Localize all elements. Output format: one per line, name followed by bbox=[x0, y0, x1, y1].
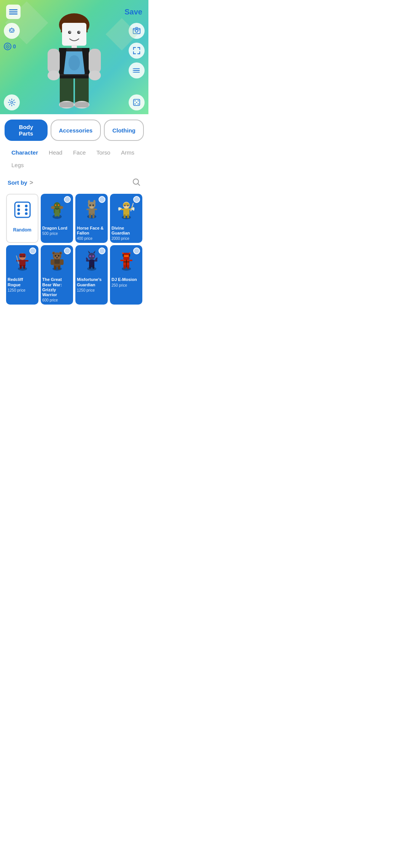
item-divine-guardian[interactable]: Divine Guardian 2000 price bbox=[110, 194, 142, 243]
svg-point-82 bbox=[90, 206, 94, 209]
svg-point-91 bbox=[127, 205, 129, 206]
svg-rect-6 bbox=[11, 32, 13, 32]
svg-rect-85 bbox=[124, 214, 126, 218]
svg-point-39 bbox=[68, 55, 80, 70]
sub-tab-legs[interactable]: Legs bbox=[6, 159, 29, 171]
tab-accessories[interactable]: Accessories bbox=[51, 120, 101, 141]
svg-point-19 bbox=[133, 69, 134, 69]
robot-icon bbox=[8, 27, 16, 35]
sub-tab-character[interactable]: Character bbox=[6, 146, 43, 159]
item-misfortune[interactable]: Misfortune's Guardian 1250 price bbox=[75, 245, 108, 305]
svg-point-67 bbox=[55, 204, 56, 206]
svg-rect-64 bbox=[55, 212, 57, 217]
great-bear-price: 600 price bbox=[41, 298, 73, 305]
svg-point-71 bbox=[87, 215, 96, 219]
svg-point-21 bbox=[133, 72, 134, 73]
svg-rect-108 bbox=[58, 266, 60, 270]
svg-rect-123 bbox=[89, 265, 91, 269]
dragon-lord-price: 500 price bbox=[41, 231, 73, 238]
item-random[interactable]: Random bbox=[6, 194, 38, 243]
svg-rect-139 bbox=[124, 255, 129, 257]
sub-tab-arms[interactable]: Arms bbox=[116, 146, 140, 159]
svg-point-105 bbox=[53, 267, 62, 271]
svg-point-143 bbox=[129, 252, 131, 254]
svg-rect-75 bbox=[86, 209, 89, 210]
svg-rect-45 bbox=[75, 75, 89, 104]
svg-rect-125 bbox=[86, 260, 89, 262]
search-button[interactable] bbox=[132, 177, 141, 188]
svg-point-12 bbox=[7, 46, 8, 47]
svg-point-4 bbox=[10, 30, 11, 31]
misfortune-price: 1250 price bbox=[75, 288, 108, 295]
sort-button[interactable]: Sort by > bbox=[8, 179, 33, 186]
item-select-circle bbox=[133, 196, 140, 203]
robux-icon bbox=[5, 44, 10, 49]
misfortune-name: Misfortune's Guardian bbox=[75, 276, 108, 288]
sub-tab-torso[interactable]: Torso bbox=[91, 146, 116, 159]
svg-point-54 bbox=[17, 205, 20, 207]
svg-point-117 bbox=[55, 255, 56, 257]
svg-point-78 bbox=[88, 200, 90, 204]
svg-rect-41 bbox=[89, 49, 101, 73]
svg-point-58 bbox=[17, 209, 20, 211]
svg-point-121 bbox=[87, 267, 96, 271]
list-button[interactable] bbox=[129, 62, 145, 78]
photo-button[interactable] bbox=[129, 23, 145, 39]
svg-line-52 bbox=[138, 183, 140, 185]
svg-rect-86 bbox=[127, 214, 129, 218]
svg-point-26 bbox=[135, 104, 136, 105]
item-dragon-lord[interactable]: Dragon Lord 500 price bbox=[41, 194, 73, 243]
currency-display: 0 bbox=[4, 43, 16, 50]
search-icon bbox=[132, 177, 141, 187]
list-icon bbox=[132, 66, 141, 75]
svg-point-24 bbox=[135, 101, 136, 102]
character-figure bbox=[36, 8, 112, 114]
svg-rect-135 bbox=[129, 260, 132, 261]
character-preview: Save 0 bbox=[0, 0, 148, 114]
tab-body-parts[interactable]: Body Parts bbox=[5, 120, 48, 141]
svg-point-20 bbox=[133, 70, 134, 71]
settings-button[interactable] bbox=[4, 94, 20, 110]
settings-icon bbox=[8, 98, 16, 107]
svg-point-66 bbox=[54, 202, 61, 210]
expand-button[interactable] bbox=[129, 43, 145, 59]
svg-rect-124 bbox=[92, 265, 94, 269]
svg-point-56 bbox=[17, 212, 20, 215]
svg-rect-50 bbox=[75, 102, 89, 107]
expand-icon bbox=[132, 46, 141, 55]
svg-rect-141 bbox=[129, 254, 130, 257]
sub-tab-head[interactable]: Head bbox=[43, 146, 68, 159]
svg-point-119 bbox=[56, 257, 58, 258]
svg-point-68 bbox=[58, 204, 59, 206]
svg-point-129 bbox=[92, 255, 94, 257]
item-dj-emosion[interactable]: DJ E-Mosion 250 price bbox=[110, 245, 142, 305]
svg-rect-76 bbox=[94, 209, 97, 210]
svg-point-28 bbox=[136, 102, 137, 103]
tab-clothing[interactable]: Clothing bbox=[104, 120, 144, 141]
dice-icon bbox=[132, 98, 141, 107]
svg-rect-99 bbox=[25, 260, 29, 262]
item-great-bear[interactable]: The Great Bear War: Grizzly Warrior 600 … bbox=[41, 245, 73, 305]
sub-tab-face[interactable]: Face bbox=[68, 146, 91, 159]
robot-edit-button[interactable] bbox=[4, 23, 20, 39]
svg-line-104 bbox=[16, 256, 19, 263]
svg-point-34 bbox=[70, 32, 71, 33]
svg-point-102 bbox=[20, 256, 22, 257]
randomize-button[interactable] bbox=[129, 94, 145, 110]
svg-point-118 bbox=[58, 255, 59, 257]
currency-icon bbox=[4, 43, 11, 50]
svg-point-69 bbox=[51, 206, 55, 209]
svg-rect-134 bbox=[120, 260, 124, 261]
redcliff-rogue-price: 1250 price bbox=[6, 288, 38, 295]
svg-point-81 bbox=[92, 204, 94, 206]
menu-button[interactable] bbox=[6, 5, 21, 19]
svg-rect-73 bbox=[89, 214, 91, 218]
svg-point-8 bbox=[11, 27, 12, 28]
horse-face-price: 400 price bbox=[75, 236, 108, 243]
svg-point-59 bbox=[25, 209, 27, 211]
item-redcliff-rogue[interactable]: Redcliff Rogue 1250 price bbox=[6, 245, 38, 305]
save-button[interactable]: Save bbox=[124, 8, 142, 16]
item-horse-face[interactable]: Horse Face & Fallon 400 price bbox=[75, 194, 108, 243]
svg-rect-2 bbox=[9, 14, 18, 14]
svg-point-83 bbox=[122, 215, 131, 219]
